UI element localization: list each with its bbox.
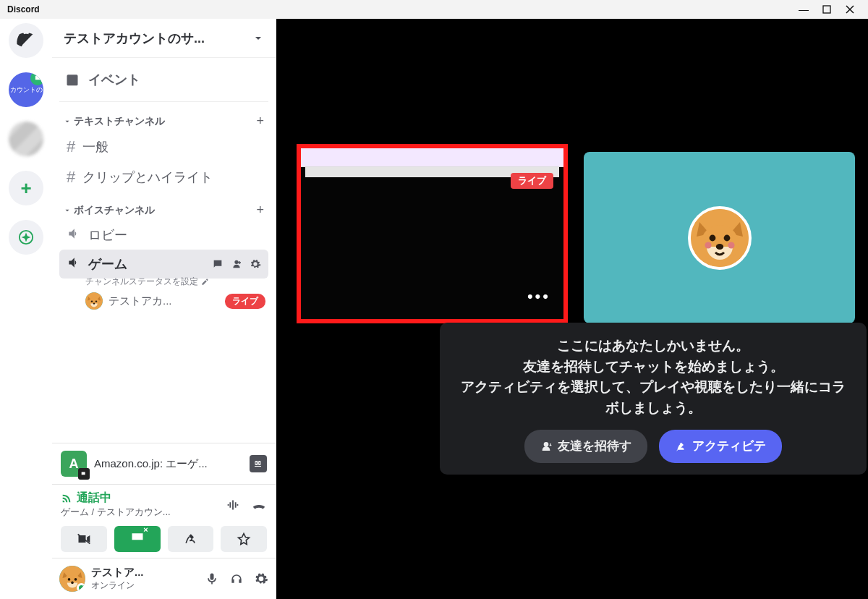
svg-point-18 [728,242,734,248]
channel-general-label: 一般 [82,138,109,156]
shared-window-titlebar [301,148,563,167]
svg-point-9 [68,578,71,581]
speaker-icon [67,226,81,244]
channel-list: イベント テキストチャンネル + # 一般 # クリップとハイライト [52,58,276,443]
video-grid: ライブ ••• ここにはあなたしかいません。 友達を招待してチャットを始めましょ… [276,19,868,599]
window-controls: — [799,4,865,14]
more-icon[interactable]: ••• [527,287,550,306]
chevron-down-icon [64,118,71,125]
voice-user-name: テストアカ... [109,294,172,308]
window-close[interactable] [845,4,855,14]
user-status: オンライン [91,579,144,592]
svg-point-16 [715,244,723,250]
svg-point-14 [709,234,715,241]
category-text[interactable]: テキストチャンネル + [59,111,268,132]
avatar [59,566,85,592]
camera-button[interactable] [61,526,107,552]
activity-label: Amazon.co.jp: エーゲ... [94,457,242,471]
soundboard-button[interactable] [221,526,267,552]
stop-stream-button[interactable] [250,455,267,472]
hash-icon: # [67,168,75,187]
activity-row[interactable]: A Amazon.co.jp: エーゲ... [52,443,276,484]
titlebar: Discord — [0,0,868,19]
svg-point-6 [93,302,95,304]
screenshare-button[interactable] [114,526,161,552]
svg-rect-0 [823,6,830,13]
svg-point-4 [91,300,93,302]
disconnect-icon[interactable] [251,497,267,513]
voice-user-self[interactable]: テストアカ... ライブ [59,288,268,314]
avatar [688,206,752,270]
add-voice-channel-button[interactable]: + [256,203,264,218]
voice-channel-game-label: ゲーム [88,255,127,273]
category-voice[interactable]: ボイスチャンネル + [59,200,268,221]
prompt-line-3: アクティビティを選択して、プレイや視聴をしたり一緒にコラボしましょう。 [457,377,849,418]
mic-icon[interactable] [205,572,219,586]
channel-clips-label: クリップとハイライト [82,169,213,186]
svg-point-17 [705,242,711,248]
server-1[interactable]: カウントの [9,72,43,107]
chevron-down-icon [252,33,264,44]
noise-suppression-icon[interactable] [225,497,241,513]
call-block: 通話中 ゲーム / テストアカウン... [52,484,276,558]
voice-badge-icon [30,72,43,85]
events-label: イベント [88,71,140,88]
chat-icon[interactable] [212,258,224,270]
window-minimize[interactable]: — [799,4,809,14]
activity-app-icon: A [61,451,87,477]
live-badge: ライブ [225,294,265,309]
channel-status-hint[interactable]: チャンネルステータスを設定 [59,276,268,288]
channel-clips[interactable]: # クリップとハイライト [59,162,268,192]
user-panel[interactable]: テストア... オンライン [52,558,276,599]
svg-point-15 [723,234,730,241]
category-text-label: テキストチャンネル [74,115,165,128]
invite-icon [540,441,552,452]
avatar [85,292,103,310]
svg-point-11 [71,582,74,585]
explore-button[interactable] [9,220,43,255]
signal-icon [61,493,72,504]
server-header[interactable]: テストアカウントのサ... [52,19,276,58]
svg-point-5 [95,300,97,302]
add-channel-button[interactable]: + [256,114,264,129]
prompt-line-2: 友達を招待してチャットを始めましょう。 [457,357,849,378]
dm-home-button[interactable] [9,23,43,58]
category-voice-label: ボイスチャンネル [74,204,155,217]
activity-launch-button[interactable] [168,526,214,552]
pencil-icon [201,278,209,286]
empty-call-prompt: ここにはあなたしかいません。 友達を招待してチャットを始めましょう。 アクティビ… [440,323,867,475]
channel-general[interactable]: # 一般 [59,132,268,162]
voice-channel-lobby[interactable]: ロビー [59,221,268,250]
server-1-label: カウントの [10,85,43,95]
gear-icon[interactable] [254,572,268,586]
svg-point-10 [75,578,77,581]
server-2[interactable] [9,122,43,156]
server-rail: カウントの + [0,19,52,599]
window-maximize[interactable] [822,4,832,14]
calendar-icon [65,72,80,87]
call-where-label: ゲーム / テストアカウン... [61,506,171,519]
chevron-down-icon [64,207,71,214]
voice-channel-game[interactable]: ゲーム [59,250,268,279]
hash-icon: # [67,137,75,156]
window-title: Discord [3,4,40,14]
status-dot-online [77,583,85,592]
call-status-label: 通話中 [61,490,171,506]
start-activity-button[interactable]: アクティビテ [659,430,782,463]
invite-icon[interactable] [231,258,242,270]
user-name: テストア... [91,566,144,579]
gear-icon[interactable] [250,258,261,270]
channel-sidebar: テストアカウントのサ... イベント テキストチャンネル + # 一般 # [52,19,276,599]
add-server-button[interactable]: + [9,171,43,205]
invite-friends-button[interactable]: 友達を招待す [524,430,647,463]
stream-tile[interactable]: ライブ ••• [297,144,568,323]
server-name: テストアカウントのサ... [64,30,205,47]
headphones-icon[interactable] [229,572,244,586]
rocket-icon [675,441,686,452]
participant-tile[interactable] [584,152,855,323]
events-button[interactable]: イベント [59,64,268,102]
voice-channel-lobby-label: ロビー [88,226,127,244]
speaker-icon [67,255,81,273]
prompt-line-1: ここにはあなたしかいません。 [457,336,849,357]
live-badge: ライブ [511,173,553,189]
